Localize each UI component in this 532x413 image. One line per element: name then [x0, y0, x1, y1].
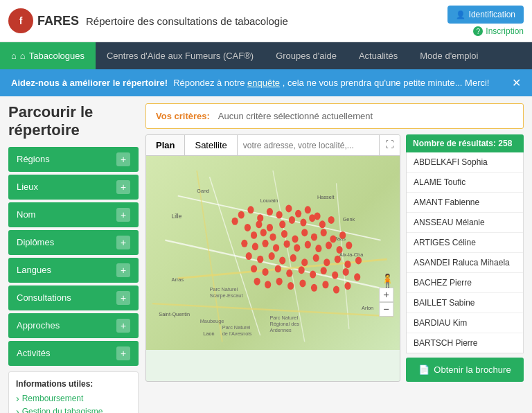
- result-item[interactable]: AMANT Fabienne: [407, 193, 523, 213]
- inscription-link[interactable]: Inscription: [473, 26, 524, 36]
- svg-text:Parc Naturel: Parc Naturel: [269, 315, 298, 321]
- nav-centres-aide[interactable]: Centres d'Aide aux Fumeurs (CAF®): [96, 42, 265, 69]
- svg-text:Gand: Gand: [197, 188, 209, 194]
- filter-langues[interactable]: Langues +: [8, 258, 139, 283]
- svg-point-80: [275, 265, 281, 272]
- svg-point-28: [247, 206, 254, 213]
- nav-groupes-aide[interactable]: Groupes d'aide: [265, 42, 348, 69]
- svg-text:Aix-la-Cha: Aix-la-Cha: [339, 252, 364, 258]
- svg-text:Parc Naturel: Parc Naturel: [210, 286, 238, 292]
- svg-point-94: [322, 281, 328, 288]
- result-item[interactable]: BACHEZ Pierre: [407, 273, 523, 293]
- svg-point-70: [279, 256, 285, 264]
- svg-point-62: [305, 241, 311, 249]
- map-tab-satellite[interactable]: Satellite: [185, 135, 237, 155]
- svg-point-49: [281, 230, 287, 238]
- remboursement-link[interactable]: Remboursement: [16, 393, 131, 404]
- svg-point-84: [321, 267, 327, 274]
- nav-tabacologues[interactable]: ⌂ Tabacologues: [0, 42, 96, 69]
- svg-point-77: [355, 256, 362, 264]
- left-panel: Parcourir le répertoire Régions + Lieux …: [8, 103, 139, 413]
- filter-activites[interactable]: Activités +: [8, 341, 139, 366]
- alert-enquete-link[interactable]: enquête: [247, 78, 280, 88]
- svg-text:Ardennes: Ardennes: [269, 327, 292, 333]
- svg-point-67: [246, 252, 252, 260]
- svg-point-52: [311, 234, 317, 241]
- svg-point-95: [333, 286, 339, 294]
- svg-point-73: [313, 254, 319, 262]
- svg-point-72: [301, 258, 308, 266]
- svg-text:−: −: [383, 304, 389, 315]
- map-search-input[interactable]: [238, 135, 379, 155]
- result-item[interactable]: ABDELKAFI Sophia: [407, 152, 523, 173]
- info-box-title: Informations utiles:: [16, 379, 131, 389]
- map-container: Plan Satellite ⛶ Lill: [145, 134, 400, 382]
- svg-point-61: [294, 244, 300, 252]
- filter-lieux[interactable]: Lieux +: [8, 175, 139, 200]
- alert-text: Répondez à notre enquête , cela ne vous …: [173, 78, 489, 88]
- map-tab-plan[interactable]: Plan: [146, 135, 185, 155]
- svg-text:Louvain: Louvain: [260, 197, 278, 204]
- map-results-row: Plan Satellite ⛶ Lill: [145, 134, 524, 382]
- filter-diplomes[interactable]: Diplômes +: [8, 230, 139, 255]
- logo: f FARES: [8, 8, 79, 33]
- results-count: Nombre de résultats: 258: [406, 134, 524, 152]
- svg-point-55: [339, 231, 346, 239]
- alert-close-button[interactable]: ✕: [512, 76, 521, 89]
- result-item[interactable]: BARTSCH Pierre: [407, 333, 523, 353]
- svg-point-86: [343, 268, 349, 276]
- plus-icon: +: [116, 263, 130, 277]
- svg-point-45: [328, 216, 335, 224]
- svg-point-81: [286, 270, 292, 277]
- result-item[interactable]: ARTIGES Céline: [407, 233, 523, 253]
- svg-text:🧍: 🧍: [380, 273, 396, 288]
- nav-actualites[interactable]: Actualités: [348, 42, 409, 69]
- svg-point-59: [273, 244, 279, 252]
- map-fullscreen-button[interactable]: ⛶: [379, 135, 400, 155]
- svg-text:Genk: Genk: [343, 216, 355, 222]
- svg-point-57: [252, 243, 258, 250]
- svg-point-48: [269, 234, 276, 241]
- brochure-button[interactable]: 📄 Obtenir la brochure: [406, 358, 524, 382]
- result-item[interactable]: ANSSEAU Mélanie: [407, 213, 523, 233]
- identification-button[interactable]: Identification: [447, 6, 524, 24]
- svg-point-83: [310, 271, 316, 279]
- nav-mode-emploi[interactable]: Mode d'emploi: [409, 42, 489, 69]
- svg-point-36: [232, 218, 238, 225]
- results-list[interactable]: ABDELKAFI Sophia ALAME Toufic AMANT Fabi…: [406, 152, 524, 353]
- svg-point-91: [287, 282, 294, 290]
- svg-point-63: [315, 245, 321, 252]
- header-right: Identification Inscription: [447, 6, 524, 36]
- filter-consultations[interactable]: Consultations +: [8, 285, 139, 310]
- svg-point-38: [256, 220, 262, 228]
- svg-point-34: [305, 206, 311, 213]
- svg-point-90: [276, 278, 283, 285]
- result-item[interactable]: ASANDEI Raluca Mihaela: [407, 253, 523, 273]
- filter-regions[interactable]: Régions +: [8, 147, 139, 172]
- results-panel: Nombre de résultats: 258 ABDELKAFI Sophi…: [406, 134, 524, 382]
- gestion-tabagisme-link[interactable]: Gestion du tabagisme: [16, 406, 131, 413]
- right-side: Vos critères: Aucun critère sélectionné …: [145, 103, 524, 413]
- result-item[interactable]: BARDIAU Kim: [407, 313, 523, 333]
- svg-point-27: [238, 211, 245, 219]
- svg-point-29: [257, 214, 263, 222]
- plus-icon: +: [116, 208, 130, 222]
- filter-approches[interactable]: Approches +: [8, 313, 139, 338]
- result-item[interactable]: ALAME Toufic: [407, 173, 523, 193]
- header: f FARES Répertoire des consultations de …: [0, 0, 532, 42]
- page-title: Répertoire des consultations de tabacolo…: [86, 15, 288, 27]
- svg-point-46: [251, 231, 257, 239]
- svg-point-64: [326, 242, 332, 249]
- filter-nom[interactable]: Nom +: [8, 202, 139, 227]
- plus-icon: +: [116, 180, 130, 194]
- svg-point-44: [319, 220, 326, 228]
- svg-text:de l'Avesnois: de l'Avesnois: [222, 331, 252, 337]
- result-item[interactable]: BAILLET Sabine: [407, 293, 523, 313]
- svg-point-37: [245, 224, 251, 231]
- svg-point-96: [344, 282, 351, 290]
- svg-text:Arras: Arras: [172, 276, 184, 283]
- header-left: f FARES Répertoire des consultations de …: [8, 8, 288, 33]
- svg-point-69: [269, 252, 275, 260]
- svg-point-71: [290, 254, 296, 262]
- svg-point-50: [292, 235, 298, 243]
